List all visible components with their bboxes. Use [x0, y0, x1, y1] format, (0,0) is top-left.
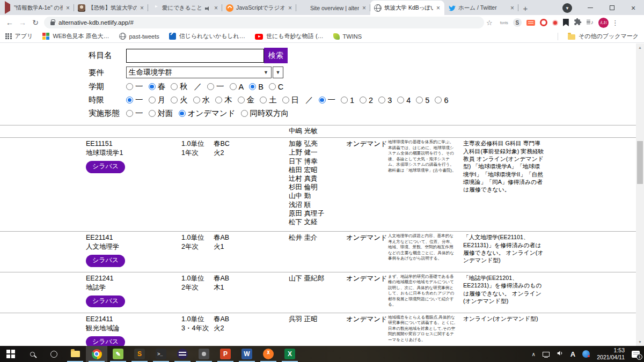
radio-button-icon[interactable]: [149, 97, 156, 104]
syllabus-button[interactable]: シラバス: [86, 295, 125, 308]
radio-B[interactable]: B: [249, 83, 264, 91]
radio-button-icon[interactable]: [416, 97, 423, 104]
scroll-down-arrow[interactable]: ▼: [636, 338, 644, 346]
audio-speaker-icon[interactable]: [205, 6, 211, 11]
radio-button-icon[interactable]: [341, 97, 348, 104]
syllabus-button[interactable]: シラバス: [86, 161, 125, 173]
subject-input[interactable]: [126, 49, 264, 63]
notification-center-icon[interactable]: 1: [632, 351, 640, 358]
start-button[interactable]: [0, 346, 21, 362]
tab-close-icon[interactable]: ×: [140, 4, 144, 12]
minimize-button[interactable]: [580, 1, 601, 15]
radio-button-icon[interactable]: [207, 83, 214, 90]
other-bookmarks-button[interactable]: その他のブックマーク: [568, 32, 639, 40]
radio-金[interactable]: 金: [238, 95, 255, 105]
radio-button-icon[interactable]: [126, 97, 133, 104]
radio-button-icon[interactable]: [238, 97, 245, 104]
scroll-up-arrow[interactable]: ▲: [636, 43, 644, 51]
browser-tab-2[interactable]: 【恐怖】筑波大学のとあ ×: [74, 1, 148, 15]
syllabus-button[interactable]: シラバス: [86, 336, 125, 346]
address-bar[interactable]: alternative-kdb.netlify.app/#: [44, 17, 484, 28]
browser-tab-5[interactable]: Site overview | alterna ×: [296, 1, 370, 15]
syllabus-button[interactable]: シラバス: [86, 255, 125, 267]
radio-木[interactable]: 木: [215, 95, 232, 105]
radio-日[interactable]: 日: [282, 95, 299, 105]
media-playlist-icon[interactable]: ♪: [587, 20, 594, 26]
taskbar-search-button[interactable]: [21, 346, 43, 362]
radio-土[interactable]: 土: [260, 95, 277, 105]
radio-button-icon[interactable]: [360, 97, 367, 104]
bookmark-item-1[interactable]: WEB色見本 原色大…: [42, 32, 109, 40]
requirement-select[interactable]: 生命環境学群 ▼: [126, 67, 272, 78]
forward-button[interactable]: →: [16, 16, 29, 29]
terminal-icon[interactable]: >_: [150, 346, 172, 362]
radio-一[interactable]: 一: [319, 95, 336, 105]
radio-button-icon[interactable]: [126, 83, 133, 90]
radio-秋[interactable]: 秋: [171, 82, 188, 92]
radio-3[interactable]: 3: [378, 96, 392, 105]
cortana-button[interactable]: [43, 346, 64, 362]
sublime-text-icon[interactable]: S: [129, 346, 150, 362]
radio-button-icon[interactable]: [397, 97, 404, 104]
ime-indicator[interactable]: A: [570, 350, 575, 358]
browser-tab-3[interactable]: 愛にできることはまだ ×: [148, 1, 222, 15]
tab-close-icon[interactable]: ×: [214, 4, 218, 12]
tab-search-button[interactable]: ▼: [562, 3, 572, 13]
red-ring-extension-icon[interactable]: [540, 19, 547, 26]
tab-close-icon[interactable]: ×: [362, 4, 367, 12]
tab-close-icon[interactable]: ×: [65, 4, 70, 12]
reload-button[interactable]: ↻: [29, 16, 42, 29]
vertical-scrollbar[interactable]: ▲ ▼: [636, 43, 644, 346]
radio-対面[interactable]: 対面: [149, 108, 173, 119]
radio-button-icon[interactable]: [171, 83, 178, 90]
tab-close-icon[interactable]: ×: [436, 4, 441, 12]
paint-app-icon[interactable]: ✎: [107, 346, 129, 362]
radio-button-icon[interactable]: [126, 110, 133, 117]
radio-button-icon[interactable]: [378, 97, 385, 104]
tab-close-icon[interactable]: ×: [288, 4, 292, 12]
radio-春[interactable]: 春: [149, 82, 166, 92]
capture-tool-icon[interactable]: [193, 346, 215, 362]
back-button[interactable]: ←: [3, 16, 16, 29]
browser-tab-1[interactable]: "情報数学A-1e" の視聴 ×: [0, 1, 74, 15]
radio-月[interactable]: 月: [149, 95, 166, 105]
radio-button-icon[interactable]: [230, 83, 237, 90]
radio-オンデマンド[interactable]: オンデマンド: [179, 108, 236, 119]
radio-button-icon[interactable]: [269, 83, 276, 90]
browser-tab-7[interactable]: ホーム / Twitter ×: [444, 1, 518, 15]
radio-火[interactable]: 火: [171, 95, 188, 105]
radio-button-icon[interactable]: [260, 97, 267, 104]
xampp-icon[interactable]: ᕁ: [258, 346, 279, 362]
menu-kebab-icon[interactable]: ⋮: [612, 19, 619, 27]
radio-一[interactable]: 一: [126, 95, 143, 105]
browser-tab-4[interactable]: JavaScriptでラジオボタン ×: [222, 1, 296, 15]
radio-button-icon[interactable]: [171, 97, 178, 104]
url-text[interactable]: alternative-kdb.netlify.app/#: [58, 19, 134, 26]
tray-app-icon[interactable]: [582, 350, 590, 358]
radio-同時双方向[interactable]: 同時双方向: [241, 108, 289, 119]
radio-button-icon[interactable]: [193, 97, 200, 104]
close-window-button[interactable]: ×: [623, 1, 644, 15]
requirement-sub-select[interactable]: ▼: [273, 67, 283, 78]
taskbar-clock[interactable]: 1:53 2021/04/11: [597, 347, 625, 361]
powerpoint-icon[interactable]: P: [215, 346, 236, 362]
radio-一[interactable]: 一: [126, 82, 143, 92]
radio-5[interactable]: 5: [416, 96, 429, 105]
radio-button-icon[interactable]: [179, 110, 186, 117]
maximize-button[interactable]: [601, 1, 623, 15]
radio-button-icon[interactable]: [149, 110, 156, 117]
file-explorer-icon[interactable]: [64, 346, 86, 362]
bookmark-flag-extension-icon[interactable]: [563, 19, 569, 26]
radio-一[interactable]: 一: [207, 82, 224, 92]
chevron-up-icon[interactable]: ∧: [532, 351, 536, 357]
radio-2[interactable]: 2: [360, 96, 373, 105]
red-dot-extension-icon[interactable]: [552, 20, 558, 26]
volume-tray-icon[interactable]: [557, 350, 564, 358]
bookmark-item-4[interactable]: 世にも奇妙な物語 (…: [255, 32, 324, 40]
chrome-icon[interactable]: [86, 346, 107, 362]
radio-button-icon[interactable]: [435, 97, 442, 104]
eclipse-icon[interactable]: [172, 346, 193, 362]
bookmark-item-5[interactable]: TWINS: [333, 33, 362, 40]
radio-水[interactable]: 水: [193, 95, 210, 105]
scrollbar-thumb[interactable]: [637, 141, 643, 184]
